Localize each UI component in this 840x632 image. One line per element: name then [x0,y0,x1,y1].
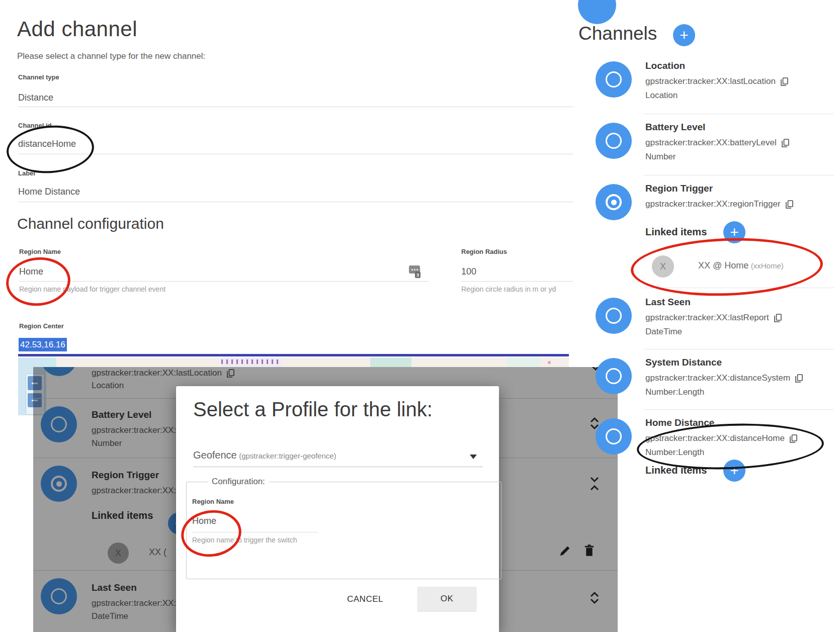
divider [644,409,834,410]
channel-type: Number:Length [645,387,704,397]
modal-region-name-hint: Region name to trigger the switch [192,536,297,544]
label-field-label: Label [18,169,35,177]
divider [18,154,573,154]
channel-uid: gpstracker:tracker:XX:lastLocation [645,76,788,86]
region-radius-input[interactable]: 100 [461,266,476,277]
channel-title: Region Trigger [645,183,713,194]
channel-type-value[interactable]: Distance [18,93,53,103]
modal-region-name-label: Region Name [192,498,234,505]
region-radius-label: Region Radius [461,248,507,255]
copy-icon[interactable] [795,374,803,383]
sidebar-title: Channels [578,23,657,44]
channel-type: DateTime [645,327,682,337]
linked-items-heading: Linked items [645,226,707,238]
channel-title: System Distance [645,357,722,368]
channel-id-value[interactable]: distanceHome [18,139,76,149]
intro-text: Please select a channel type for the new… [17,51,205,61]
add-link-button[interactable]: + [723,460,745,482]
channel-title: Home Distance [645,417,714,428]
map-preview-strip [18,357,569,367]
profile-select-uid: (gpstracker:trigger-geofence) [239,452,336,460]
configuration-legend: Configuration: [208,477,269,487]
region-name-hint: Region name payload for trigger channel … [19,285,165,293]
channel-uid: gpstracker:tracker:XX:distanceHome [645,433,797,443]
dialog-title: Select a Profile for the link: [193,398,433,421]
channel-title: Last Seen [645,297,691,308]
channel-type: Number [645,152,676,162]
linked-item-avatar: X [652,255,674,278]
region-center-label: Region Center [19,322,64,330]
modal-region-name-input[interactable]: Home [192,516,216,526]
divider [644,288,834,288]
region-name-label: Region Name [19,248,61,255]
divider [18,107,573,107]
copy-icon[interactable] [790,434,797,443]
region-center-input[interactable]: 42.53,16.16 [19,338,67,351]
channel-trigger-avatar [596,184,632,220]
channel-state-avatar [596,358,632,394]
channel-uid: gpstracker:tracker:XX:regionTrigger [645,199,793,209]
dropdown-arrow-icon[interactable] [470,455,477,459]
autofill-icon[interactable]: 3 [409,265,421,280]
channel-state-avatar [596,418,632,455]
channel-uid: gpstracker:tracker:XX:lastReport [645,313,782,323]
focused-field-underline [18,354,569,356]
channel-state-avatar [596,61,632,98]
linked-item-id: (xxHome) [751,261,784,270]
section-title-channel-configuration: Channel configuration [17,215,164,232]
channel-type: Number:Length [645,447,704,458]
region-name-input[interactable]: Home [19,266,43,277]
channel-title: Battery Level [645,122,705,133]
add-channel-button[interactable]: + [673,24,695,46]
copy-icon[interactable] [774,314,782,322]
channel-id-label: Channel id [18,122,51,129]
channel-type: Location [645,91,678,101]
channel-type-label: Channel type [18,73,59,81]
copy-icon[interactable] [782,139,789,147]
configuration-fieldset: Configuration: [186,477,501,579]
cancel-button[interactable]: CANCEL [347,594,383,604]
channel-title: Location [645,60,685,71]
linked-items-heading: Linked items [645,465,707,476]
ok-button[interactable]: OK [417,587,476,611]
add-link-button[interactable]: + [723,221,745,243]
divider [192,532,318,532]
copy-icon[interactable] [786,200,793,209]
copy-icon[interactable] [781,77,788,86]
divider [461,281,573,282]
channel-uid: gpstracker:tracker:XX:batteryLevel [645,138,789,148]
region-radius-hint: Region circle radius in m or yd [461,285,556,293]
annotation-ellipse-region-name [4,254,72,309]
divider [644,175,834,175]
divider [644,349,834,349]
channel-state-avatar [596,123,632,159]
divider [644,114,834,114]
page-title: Add channel [17,17,137,41]
partial-avatar [578,0,616,24]
profile-select[interactable]: Geofence (gpstracker:trigger-geofence) [193,449,337,461]
divider [19,281,429,282]
channel-state-avatar [596,298,632,334]
channel-uid: gpstracker:tracker:XX:distanceSystem [645,373,803,383]
linked-item-name: XX @ Home [698,260,748,270]
divider [18,202,573,202]
profile-select-value: Geofence [193,449,237,461]
linked-item[interactable]: XX @ Home (xxHome) [698,260,784,271]
label-field-value[interactable]: Home Distance [18,187,80,197]
annotation-ellipse-channel-id [5,123,96,176]
divider [193,467,483,467]
